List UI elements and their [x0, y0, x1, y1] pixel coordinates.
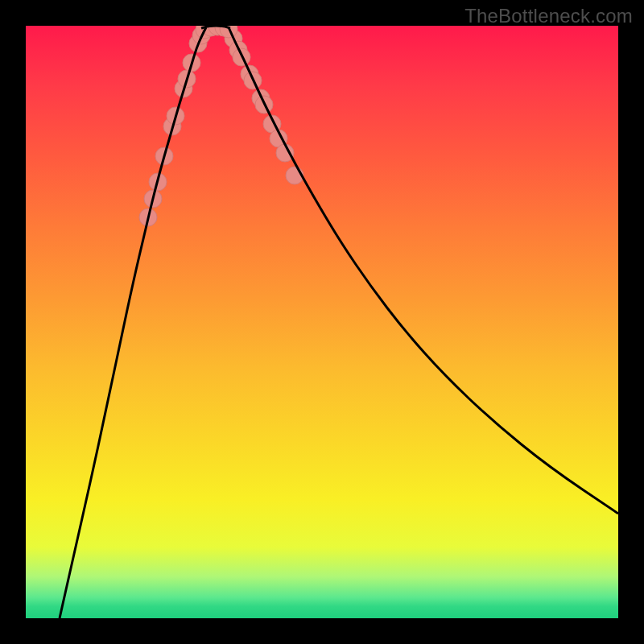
right-curve [229, 27, 618, 514]
chart-svg [26, 26, 618, 618]
chart-frame: TheBottleneck.com [0, 0, 644, 644]
data-markers [139, 26, 303, 226]
chart-plot-area [26, 26, 618, 618]
watermark-text: TheBottleneck.com [464, 5, 633, 27]
